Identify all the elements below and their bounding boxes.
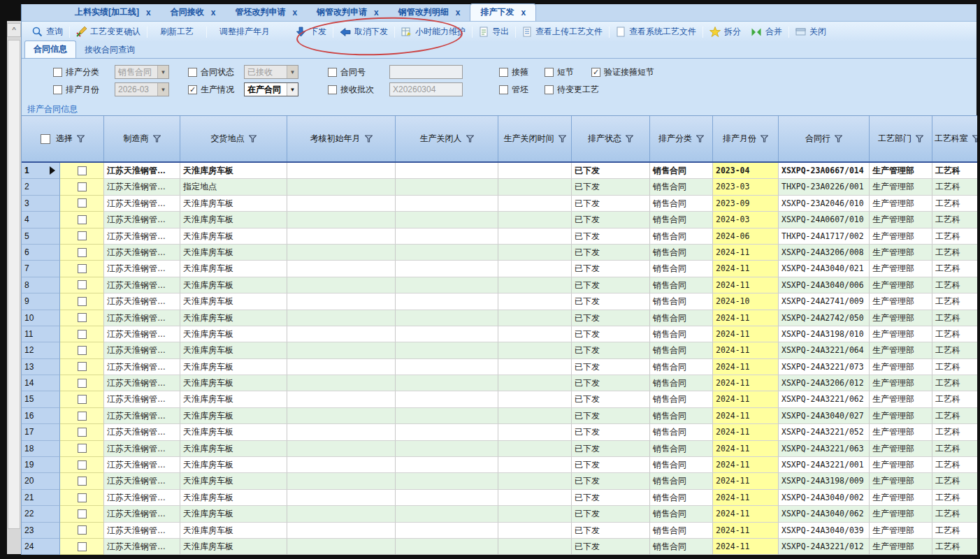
tab-scheduling-dispatch[interactable]: 排产下发x bbox=[470, 3, 536, 21]
adjust-schedule-month-button[interactable]: 调整排产年月 bbox=[208, 24, 281, 40]
pup-joint-checkbox[interactable] bbox=[545, 68, 554, 77]
row-number[interactable]: 19 bbox=[22, 457, 60, 473]
filter-funnel-icon[interactable] bbox=[77, 135, 85, 143]
table-row[interactable]: 9江苏天淮钢管…天淮库房车板已下发销售合同2024-10XSXPQ-24A274… bbox=[22, 293, 977, 310]
table-row[interactable]: 20江苏天淮钢管…天淮库房车板已下发销售合同2024-11XSXPQ-24A31… bbox=[22, 473, 977, 489]
row-checkbox[interactable] bbox=[78, 542, 87, 551]
table-row[interactable]: 8江苏天淮钢管…天淮库房车板已下发销售合同2024-11XSXPQ-24A304… bbox=[22, 277, 977, 293]
filter-funnel-icon[interactable] bbox=[153, 135, 161, 143]
filter-funnel-icon[interactable] bbox=[916, 135, 923, 143]
filter-funnel-icon[interactable] bbox=[761, 135, 768, 143]
tab-close-icon[interactable]: x bbox=[146, 8, 151, 17]
tab-close-icon[interactable]: x bbox=[521, 8, 526, 17]
row-checkbox[interactable] bbox=[78, 412, 87, 421]
view-system-process-file-button[interactable]: 查看系统工艺文件 bbox=[611, 24, 701, 40]
row-number[interactable]: 10 bbox=[22, 310, 60, 326]
table-row[interactable]: 21江苏天淮钢管…天淮库房车板已下发销售合同2024-11XSXPQ-24A30… bbox=[22, 490, 977, 506]
table-row[interactable]: 4江苏天淮钢管…天淮库房车板已下发销售合同2024-03XSXPQ-24A060… bbox=[22, 212, 977, 228]
row-checkbox[interactable] bbox=[78, 280, 87, 289]
close-button[interactable]: 关闭 bbox=[791, 24, 831, 40]
row-checkbox[interactable] bbox=[78, 248, 87, 257]
table-row[interactable]: 13江苏天淮钢管…天淮库房车板已下发销售合同2024-11XSXPQ-24A32… bbox=[22, 359, 977, 375]
row-checkbox[interactable] bbox=[78, 509, 87, 518]
hour-capacity-button[interactable]: 小时能力维护 bbox=[396, 24, 470, 40]
table-row[interactable]: 17江苏天淮钢管…天淮库房车板已下发销售合同2024-11XSXPQ-24A32… bbox=[22, 424, 977, 440]
row-checkbox[interactable] bbox=[78, 395, 87, 404]
table-row[interactable]: 23江苏天淮钢管…天淮库房车板已下发销售合同2024-11XSXPQ-24A30… bbox=[22, 523, 977, 539]
column-header[interactable]: 工艺科室 bbox=[932, 116, 977, 161]
tab-close-icon[interactable]: x bbox=[292, 8, 297, 17]
row-checkbox[interactable] bbox=[78, 460, 87, 470]
cancel-dispatch-button[interactable]: 取消下发 bbox=[335, 24, 393, 40]
table-row[interactable]: 19江苏天淮钢管…天淮库房车板已下发销售合同2024-11XSXPQ-24A32… bbox=[22, 457, 977, 473]
row-number[interactable]: 22 bbox=[22, 506, 60, 522]
table-row[interactable]: 1江苏天淮钢管…天淮库房车板已下发销售合同2023-04XSXPQ-23A066… bbox=[22, 163, 977, 179]
scroll-up-icon[interactable]: ^ bbox=[7, 23, 21, 37]
scheduling-category-checkbox[interactable] bbox=[53, 68, 62, 77]
contract-status-select[interactable]: 已接收▼ bbox=[244, 65, 298, 79]
row-number[interactable]: 12 bbox=[22, 342, 60, 358]
column-header[interactable]: 合同行 bbox=[779, 116, 870, 161]
table-row[interactable]: 18江苏天淮钢管…天淮库房车板已下发销售合同2024-11XSXPQ-24A32… bbox=[22, 441, 977, 457]
filter-funnel-icon[interactable] bbox=[626, 135, 633, 143]
dispatch-button[interactable]: 下发 bbox=[291, 24, 331, 40]
row-number[interactable]: 16 bbox=[22, 408, 60, 424]
table-row[interactable]: 15江苏天淮钢管…天淮库房车板已下发销售合同2024-11XSXPQ-24A32… bbox=[22, 391, 977, 407]
verify-coupling-pup-checkbox[interactable]: ✓ bbox=[591, 68, 600, 77]
table-row[interactable]: 12江苏天淮钢管…天淮库房车板已下发销售合同2024-11XSXPQ-24A32… bbox=[22, 342, 977, 358]
filter-funnel-icon[interactable] bbox=[466, 135, 474, 143]
column-header[interactable]: 排产分类 bbox=[650, 116, 713, 161]
row-checkbox[interactable] bbox=[78, 477, 87, 486]
row-number[interactable]: 18 bbox=[22, 441, 60, 457]
column-header[interactable]: 选择 bbox=[22, 116, 104, 161]
chevron-down-icon[interactable]: ▼ bbox=[287, 66, 298, 78]
row-checkbox[interactable] bbox=[78, 166, 87, 175]
column-header[interactable]: 生产关闭人 bbox=[396, 116, 498, 161]
query-button[interactable]: 查询 bbox=[27, 24, 68, 40]
row-checkbox[interactable] bbox=[78, 525, 87, 535]
table-row[interactable]: 11江苏天淮钢管…天淮库房车板已下发销售合同2024-11XSXPQ-24A31… bbox=[22, 326, 977, 342]
row-checkbox[interactable] bbox=[78, 264, 87, 273]
column-header[interactable]: 工艺部门 bbox=[870, 116, 932, 161]
column-header[interactable]: 排产状态 bbox=[572, 116, 650, 161]
tab-close-icon[interactable]: x bbox=[374, 8, 379, 17]
table-row[interactable]: 16江苏天淮钢管…天淮库房车板已下发销售合同2024-11XSXPQ-24A30… bbox=[22, 408, 977, 424]
column-header[interactable]: 生产关闭时间 bbox=[498, 116, 572, 161]
column-header[interactable]: 交货地点 bbox=[180, 116, 287, 161]
contract-status-checkbox[interactable] bbox=[188, 68, 197, 77]
tab-close-icon[interactable]: x bbox=[211, 8, 216, 17]
row-number[interactable]: 5 bbox=[22, 228, 60, 245]
table-row[interactable]: 24江苏天淮钢管…天淮库房车板已下发销售合同2024-11XSXPQ-24A32… bbox=[22, 539, 977, 555]
row-checkbox[interactable] bbox=[78, 313, 87, 322]
left-scrollbar[interactable]: ^ bbox=[7, 21, 21, 554]
process-change-confirm-button[interactable]: 工艺变更确认 bbox=[71, 24, 145, 40]
filter-funnel-icon[interactable] bbox=[559, 135, 566, 143]
coupling-checkbox[interactable] bbox=[499, 68, 508, 77]
table-row[interactable]: 7江苏天淮钢管…天淮库房车板已下发销售合同2024-11XSXPQ-24A304… bbox=[22, 261, 977, 277]
production-status-select[interactable]: 在产合同▼ bbox=[244, 82, 298, 96]
row-number[interactable]: 4 bbox=[22, 212, 60, 228]
row-number[interactable]: 8 bbox=[22, 277, 60, 293]
row-checkbox[interactable] bbox=[78, 428, 87, 437]
filter-funnel-icon[interactable] bbox=[365, 135, 373, 143]
filter-funnel-icon[interactable] bbox=[249, 135, 257, 143]
export-button[interactable]: 导出 bbox=[474, 24, 514, 40]
merge-button[interactable]: 合并 bbox=[746, 24, 787, 40]
select-all-checkbox[interactable] bbox=[41, 134, 50, 144]
contract-no-input[interactable] bbox=[389, 65, 463, 79]
row-checkbox[interactable] bbox=[78, 346, 87, 355]
receive-batch-input[interactable]: X20260304 bbox=[389, 82, 463, 96]
row-number[interactable]: 11 bbox=[22, 326, 60, 342]
subtab-contract-info[interactable]: 合同信息 bbox=[24, 41, 76, 59]
filter-funnel-icon[interactable] bbox=[835, 135, 842, 143]
row-number[interactable]: 15 bbox=[22, 391, 60, 407]
row-number[interactable]: 21 bbox=[22, 490, 60, 506]
scheduling-category-select[interactable]: 销售合同▼ bbox=[115, 65, 169, 79]
row-number[interactable]: 9 bbox=[22, 293, 60, 310]
tab-material-record[interactable]: 上料实绩[加工线]x bbox=[65, 4, 161, 21]
row-number[interactable]: 6 bbox=[22, 245, 60, 261]
row-checkbox[interactable] bbox=[78, 297, 87, 306]
row-checkbox[interactable] bbox=[78, 493, 87, 502]
tab-contract-receive[interactable]: 合同接收x bbox=[161, 4, 226, 21]
table-row[interactable]: 6江苏天淮钢管…天淮库房车板已下发销售合同2024-11XSXPQ-24A320… bbox=[22, 245, 977, 261]
